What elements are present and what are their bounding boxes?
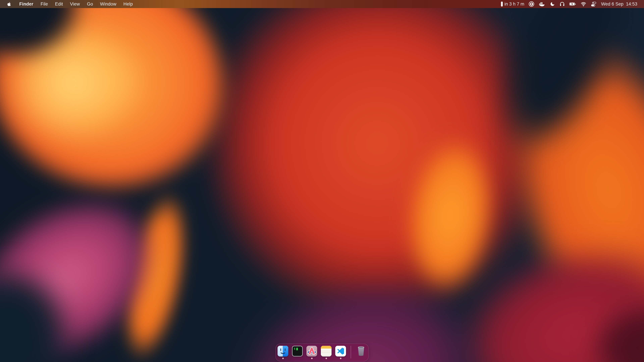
dock: $ <box>276 344 368 361</box>
keep-awake-status-item[interactable]: in 3 h 7 m <box>501 0 524 8</box>
dock-item-finder[interactable] <box>278 346 288 359</box>
wifi-status-item[interactable] <box>580 0 586 8</box>
menu-bar-clock[interactable]: Wed 6 Sep 14:53 <box>601 1 637 7</box>
apple-logo-icon <box>7 2 11 6</box>
notes-icon <box>321 346 332 357</box>
desktop-wallpaper <box>0 0 644 362</box>
1password-status-item[interactable] <box>529 0 534 8</box>
menu-bar: Finder File Edit View Go Window Help in … <box>0 0 644 8</box>
menu-view[interactable]: View <box>66 0 83 8</box>
menu-go[interactable]: Go <box>83 0 96 8</box>
menu-app-name[interactable]: Finder <box>16 0 37 8</box>
battery-charging-icon <box>569 2 576 6</box>
docker-status-item[interactable] <box>539 0 546 8</box>
focus-status-item[interactable] <box>550 0 555 8</box>
arc-browser-icon <box>306 346 317 357</box>
menu-file[interactable]: File <box>37 0 52 8</box>
keep-awake-remaining-label: in 3 h 7 m <box>504 1 524 7</box>
finder-icon <box>278 346 288 357</box>
charging-bolt-icon <box>570 2 574 6</box>
battery-status-item[interactable] <box>569 0 576 8</box>
dock-item-arc[interactable] <box>306 346 317 359</box>
pill-icon <box>501 1 503 6</box>
menu-help[interactable]: Help <box>120 0 136 8</box>
running-indicator <box>311 358 312 359</box>
running-indicator <box>340 358 342 359</box>
running-indicator <box>326 358 327 359</box>
dock-item-notes[interactable] <box>321 346 332 359</box>
apple-menu[interactable] <box>6 0 12 8</box>
running-indicator <box>282 358 284 359</box>
wifi-icon <box>580 1 586 6</box>
menu-edit[interactable]: Edit <box>52 0 66 8</box>
docker-whale-icon <box>539 2 546 6</box>
control-center-status-item[interactable] <box>591 0 596 8</box>
dock-item-terminal[interactable]: $ <box>292 346 303 359</box>
audio-output-status-item[interactable] <box>560 0 565 8</box>
app-menus: Finder File Edit View Go Window Help <box>16 0 136 8</box>
dock-panel: $ <box>276 344 368 361</box>
menu-bar-status-area: in 3 h 7 m <box>501 0 637 8</box>
vscode-icon <box>335 346 346 357</box>
dock-separator <box>351 346 351 359</box>
dock-item-vscode[interactable] <box>335 346 346 359</box>
1password-icon <box>529 1 534 7</box>
control-center-icon <box>591 1 596 7</box>
dock-item-trash[interactable] <box>356 346 366 359</box>
terminal-icon: $ <box>292 346 303 357</box>
trash-icon <box>356 346 366 357</box>
moon-icon <box>550 1 555 6</box>
menu-window[interactable]: Window <box>96 0 120 8</box>
headphones-icon <box>560 1 565 7</box>
